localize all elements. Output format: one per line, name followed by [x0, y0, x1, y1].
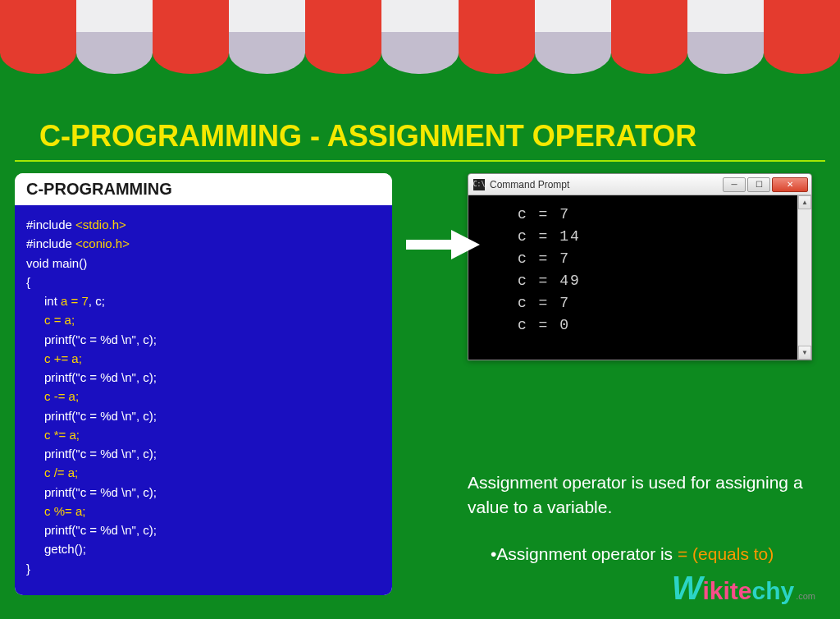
awning-decoration — [0, 0, 840, 111]
scroll-up-button[interactable]: ▲ — [798, 195, 811, 209]
wikitechy-logo: Wikitechy.com — [672, 570, 815, 607]
code-header: C-PROGRAMMING — [15, 173, 392, 205]
command-prompt-window: C:\ Command Prompt ─ ☐ ✕ c = 7 c = 14 c … — [468, 173, 812, 360]
cmd-title: Command Prompt — [490, 179, 723, 190]
maximize-button[interactable]: ☐ — [747, 177, 770, 192]
cmd-titlebar: C:\ Command Prompt ─ ☐ ✕ — [468, 174, 811, 195]
description: Assignment operator is used for assignin… — [468, 470, 825, 566]
cmd-icon: C:\ — [473, 179, 485, 190]
close-button[interactable]: ✕ — [772, 177, 808, 192]
arrow-icon — [402, 228, 484, 261]
code-card: C-PROGRAMMING #include <stdio.h> #includ… — [15, 173, 392, 595]
code-body: #include <stdio.h> #include <conio.h> vo… — [15, 205, 392, 595]
description-bullet: •Assignment operator is = (equals to) — [468, 542, 809, 566]
minimize-button[interactable]: ─ — [723, 177, 746, 192]
description-line: Assignment operator is used for assignin… — [468, 470, 809, 520]
scroll-down-button[interactable]: ▼ — [798, 346, 811, 360]
page-title: C-PROGRAMMING - ASSIGNMENT OPERATOR — [15, 111, 825, 162]
cmd-output: c = 7 c = 14 c = 7 c = 49 c = 7 c = 0 — [468, 195, 797, 360]
scrollbar[interactable]: ▲ ▼ — [797, 195, 811, 360]
